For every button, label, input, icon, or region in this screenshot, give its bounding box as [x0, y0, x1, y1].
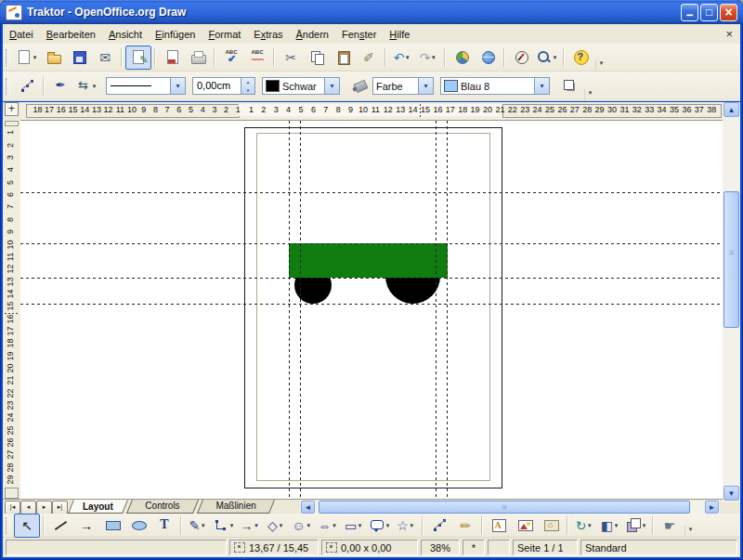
open-button[interactable] [40, 46, 66, 70]
snap-guide-horizontal[interactable] [20, 243, 723, 244]
save-button[interactable] [66, 46, 92, 70]
block-arrows-button[interactable]: ⇔ [315, 514, 341, 538]
snap-guide-vertical[interactable] [300, 121, 301, 499]
spellcheck-button[interactable] [218, 46, 244, 70]
interaction-button[interactable]: ☛ [657, 514, 683, 538]
status-position-cell[interactable]: 13,67 / 15,45 [229, 540, 319, 555]
scroll-down-icon[interactable]: ▼ [723, 486, 739, 501]
undo-button[interactable]: ↶ [389, 46, 415, 70]
ellipse-button[interactable] [125, 514, 151, 538]
menu-datei[interactable]: Datei [3, 27, 40, 42]
navigator-button[interactable] [508, 46, 534, 70]
autospellcheck-button[interactable] [244, 46, 270, 70]
snap-guide-vertical[interactable] [289, 121, 290, 499]
status-template-cell[interactable]: Standard [580, 540, 737, 555]
snap-guide-horizontal[interactable] [20, 278, 723, 279]
tab-controls[interactable]: Controls [126, 500, 199, 514]
curve-button[interactable]: ✎ [185, 514, 211, 538]
menu-einfgen[interactable]: Einfügen [149, 27, 202, 42]
arrow-button[interactable]: → [73, 514, 99, 538]
stars-button[interactable]: ☆ [393, 514, 419, 538]
minimize-button[interactable] [681, 4, 698, 21]
close-document-icon[interactable] [725, 27, 733, 41]
snap-guide-horizontal[interactable] [20, 304, 723, 305]
spin-buttons[interactable]: ▴▾ [241, 78, 254, 94]
edit-points-button[interactable] [426, 514, 452, 538]
from-file-button[interactable] [512, 514, 538, 538]
new-document-button[interactable] [14, 46, 40, 70]
toolbar-overflow-icon[interactable] [595, 59, 606, 71]
horizontal-ruler[interactable]: 1817161514131211109876543211234567891011… [20, 102, 723, 121]
line-dialog-button[interactable] [47, 74, 73, 98]
rotate-button[interactable]: ↻ [571, 514, 597, 538]
print-button[interactable] [185, 46, 211, 70]
dropdown-arrow-icon[interactable] [32, 54, 38, 61]
last-page-button[interactable]: ▸| [52, 501, 68, 514]
snap-guide-vertical[interactable] [436, 121, 437, 499]
dropdown-arrow-icon[interactable] [552, 54, 558, 61]
dropdown-arrow-icon[interactable] [409, 522, 415, 529]
text-button[interactable] [151, 514, 177, 538]
ruler-origin[interactable] [3, 102, 20, 120]
email-button[interactable]: ✉ [92, 46, 118, 70]
line-style-select[interactable] [106, 77, 186, 95]
previous-page-button[interactable]: ◂ [20, 501, 36, 514]
menu-extras[interactable]: Extras [247, 27, 289, 42]
maximize-button[interactable] [700, 4, 718, 21]
dropdown-arrow-icon[interactable] [357, 522, 363, 529]
dropdown-arrow-icon[interactable] [641, 522, 647, 529]
menu-ansicht[interactable]: Ansicht [102, 27, 149, 42]
edit-points-mode-button[interactable] [14, 74, 40, 98]
alignment-button[interactable]: ◧ [597, 514, 623, 538]
select-button[interactable]: ↖ [14, 514, 40, 538]
export-pdf-button[interactable] [159, 46, 185, 70]
line-button[interactable] [47, 514, 73, 538]
dropdown-arrow-icon[interactable] [228, 522, 235, 529]
menu-hilfe[interactable]: Hilfe [383, 27, 416, 42]
toolbar-grip[interactable] [6, 78, 10, 95]
glue-points-button[interactable]: ✏ [452, 514, 478, 538]
dropdown-arrow-icon[interactable] [200, 522, 206, 529]
copy-button[interactable] [304, 46, 330, 70]
dropdown-arrow-icon[interactable] [332, 522, 338, 529]
horizontal-scrollbar-thumb[interactable] [319, 501, 690, 514]
callouts-button[interactable] [367, 514, 393, 538]
toolbar-grip[interactable] [6, 49, 10, 66]
arrange-button[interactable] [623, 514, 649, 538]
cut-button[interactable]: ✂ [278, 46, 304, 70]
scroll-up-icon[interactable]: ▲ [723, 102, 739, 117]
tab-layout[interactable]: Layout [68, 500, 128, 514]
arrow-style-button[interactable] [73, 74, 99, 98]
format-paintbrush-button[interactable]: ✐ [356, 46, 382, 70]
next-page-button[interactable]: ▸ [36, 501, 52, 514]
flowchart-button[interactable]: ▭ [341, 514, 367, 538]
dropdown-arrow-icon[interactable] [613, 522, 619, 529]
scroll-left-icon[interactable]: ◄ [301, 501, 315, 514]
line-color-select[interactable]: Schwar [262, 77, 340, 95]
scroll-right-icon[interactable]: ► [705, 501, 719, 514]
status-size-cell[interactable]: 0,00 x 0,00 [321, 540, 418, 555]
vertical-scrollbar[interactable]: ▲ ▼ [723, 102, 740, 502]
snap-guide-vertical[interactable] [447, 121, 448, 499]
menu-fenster[interactable]: Fenster [335, 27, 383, 42]
gallery-shapes-button[interactable] [538, 514, 564, 538]
connector-button[interactable] [211, 514, 237, 538]
tractor-body-shape[interactable] [289, 243, 448, 278]
help-button[interactable] [567, 46, 593, 70]
dropdown-arrow-icon[interactable] [385, 522, 391, 529]
shadow-button[interactable] [556, 74, 582, 98]
vertical-scrollbar-thumb[interactable] [723, 191, 739, 328]
toolbar-overflow-icon[interactable] [684, 526, 696, 537]
status-zoom-cell[interactable]: 38% [421, 540, 460, 555]
gallery-button[interactable] [475, 46, 501, 70]
zoom-button[interactable] [534, 46, 560, 70]
first-page-button[interactable]: |◂ [5, 501, 20, 514]
tab-malinien[interactable]: Maßlinien [197, 500, 275, 514]
dropdown-arrow-icon[interactable] [404, 54, 411, 61]
dropdown-arrow-icon[interactable] [254, 522, 260, 529]
area-color-select[interactable]: Blau 8 [440, 77, 550, 95]
app-icon[interactable] [6, 5, 22, 20]
basic-shapes-button[interactable]: ◇ [263, 514, 289, 538]
area-dialog-button[interactable] [346, 74, 372, 98]
snap-guide-horizontal[interactable] [20, 192, 723, 193]
